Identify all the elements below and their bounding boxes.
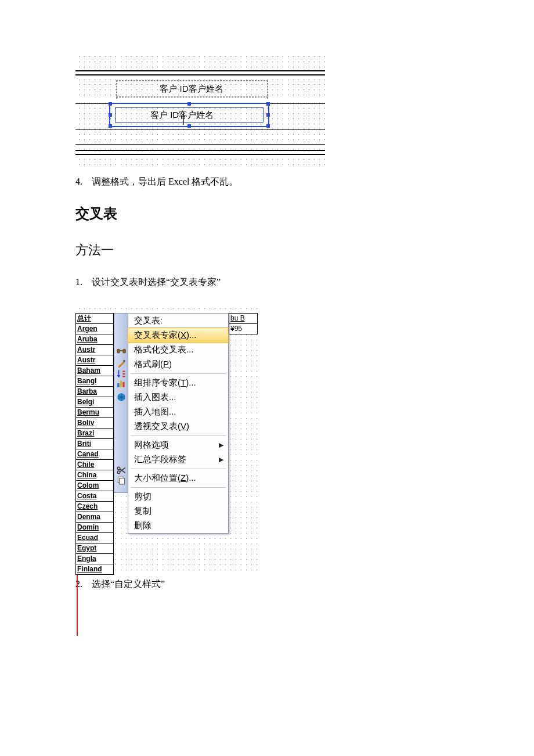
menu-item[interactable]: 剪切 bbox=[128, 489, 228, 504]
context-menu-icon-strip bbox=[114, 313, 128, 493]
context-menu: 交叉表:交叉表专家(X)...格式化交叉表...格式刷(P)组排序专家(T)..… bbox=[128, 313, 229, 534]
menu-separator bbox=[131, 373, 226, 374]
crosstab-corner: bu B ¥95 bbox=[229, 313, 258, 334]
heading-method-1: 方法一 bbox=[75, 242, 459, 259]
menu-item[interactable]: 格式刷(P) bbox=[128, 357, 228, 372]
crosstab-row-cell[interactable]: Briti bbox=[76, 439, 113, 449]
crosstab-row-cell[interactable]: Costa bbox=[76, 491, 113, 502]
crosstab-row-cell[interactable]: Canad bbox=[76, 449, 113, 460]
crosstab-row-cell[interactable]: Baham bbox=[76, 366, 113, 376]
caption-step-4: 4.调整格式，导出后 Excel 格式不乱。 bbox=[75, 176, 459, 188]
menu-separator bbox=[131, 469, 226, 469]
crosstab-row-cell[interactable]: Austr bbox=[76, 345, 113, 355]
chart-icon bbox=[114, 376, 128, 390]
report-field-selected[interactable]: 客户 ID客户姓名 bbox=[109, 103, 269, 127]
crosstab-row-cell[interactable]: Domin bbox=[76, 523, 113, 533]
menu-title: 交叉表: bbox=[128, 314, 228, 328]
crosstab-row-cell[interactable]: Ecuad bbox=[76, 533, 113, 543]
globe-icon bbox=[114, 390, 128, 404]
crosstab-row-cell[interactable]: Boliv bbox=[76, 418, 113, 429]
crosstab-row-cell[interactable]: Czech bbox=[76, 502, 113, 512]
menu-item[interactable]: 插入图表... bbox=[128, 390, 228, 405]
crosstab-total-cell[interactable]: 总计 bbox=[76, 314, 113, 324]
copy-icon bbox=[114, 473, 128, 488]
crosstab-row-headers: 总计ArgenArubaAustrAustrBahamBanglBarbaBel… bbox=[75, 313, 114, 575]
crosstab-row-cell[interactable]: Aruba bbox=[76, 334, 113, 345]
crosstab-row-cell[interactable]: Finland bbox=[76, 564, 113, 574]
svg-rect-2 bbox=[119, 350, 123, 351]
menu-item[interactable]: 删除 bbox=[128, 519, 228, 533]
caption-step-2: 2.选择“自定义样式” bbox=[75, 578, 459, 591]
crosstab-row-cell[interactable]: China bbox=[76, 470, 113, 481]
submenu-arrow-icon: ▶ bbox=[219, 441, 223, 449]
crosstab-row-cell[interactable]: Brazi bbox=[76, 429, 113, 439]
crosstab-row-cell[interactable]: Chile bbox=[76, 460, 113, 470]
caption-step-1: 1.设计交叉表时选择“交叉表专家” bbox=[75, 276, 459, 289]
menu-item[interactable]: 复制 bbox=[128, 504, 228, 519]
menu-item[interactable]: 组排序专家(T)... bbox=[128, 376, 228, 390]
crosstab-row-cell[interactable]: Denma bbox=[76, 512, 113, 523]
menu-separator bbox=[131, 487, 226, 488]
crosstab-row-cell[interactable]: Bangl bbox=[76, 376, 113, 387]
crosstab-row-cell[interactable]: Austr bbox=[76, 355, 113, 366]
heading-crosstab: 交叉表 bbox=[75, 204, 459, 223]
menu-item[interactable]: 透视交叉表(V) bbox=[128, 419, 228, 434]
menu-item[interactable]: 网格选项▶ bbox=[128, 438, 228, 452]
svg-rect-3 bbox=[123, 360, 125, 362]
svg-rect-6 bbox=[122, 382, 124, 387]
crosstab-row-cell[interactable]: Belgi bbox=[76, 397, 113, 408]
sort-icon bbox=[114, 372, 128, 376]
crosstab-row-cell[interactable]: Egypt bbox=[76, 543, 113, 554]
text-caret bbox=[183, 112, 184, 125]
report-field-label: 客户 ID客户姓名 bbox=[160, 84, 223, 95]
svg-point-9 bbox=[117, 471, 120, 474]
svg-point-8 bbox=[117, 467, 120, 470]
report-field-label: 客户 ID客户姓名 bbox=[150, 110, 214, 121]
menu-item[interactable]: 插入地图... bbox=[128, 405, 228, 419]
report-designer-preview: 客户 ID客户姓名 客户 ID客户姓名 bbox=[75, 52, 325, 168]
crosstab-row-cell[interactable]: Colom bbox=[76, 481, 113, 491]
submenu-arrow-icon: ▶ bbox=[219, 456, 223, 463]
scissors-icon bbox=[114, 468, 128, 473]
svg-rect-5 bbox=[120, 381, 121, 387]
svg-rect-11 bbox=[119, 478, 124, 484]
crosstab-row-cell[interactable]: Bermu bbox=[76, 408, 113, 418]
menu-item[interactable]: 交叉表专家(X)... bbox=[128, 327, 229, 343]
menu-item[interactable]: 汇总字段标签▶ bbox=[128, 452, 228, 467]
crosstab-row-cell[interactable]: Engla bbox=[76, 554, 113, 564]
menu-item[interactable]: 格式化交叉表... bbox=[128, 343, 228, 357]
crosstab-row-cell[interactable]: Barba bbox=[76, 387, 113, 397]
menu-separator bbox=[131, 435, 226, 436]
report-field-unselected[interactable]: 客户 ID客户姓名 bbox=[116, 81, 267, 96]
binoculars-icon bbox=[114, 344, 128, 358]
menu-item[interactable]: 大小和位置(Z)... bbox=[128, 471, 228, 485]
crosstab-screenshot: 总计ArgenArubaAustrAustrBahamBanglBarbaBel… bbox=[75, 305, 258, 575]
svg-rect-4 bbox=[117, 383, 119, 387]
crosstab-row-cell[interactable]: Argen bbox=[76, 324, 113, 334]
